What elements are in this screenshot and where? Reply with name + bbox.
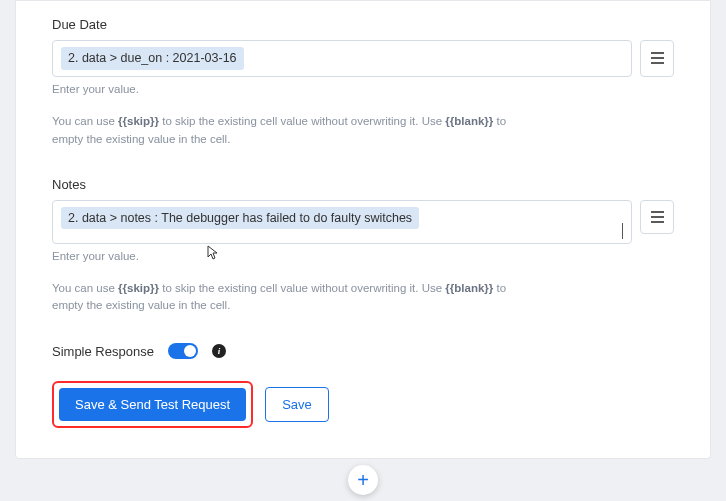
notes-help: You can use {{skip}} to skip the existin…	[52, 280, 522, 316]
simple-response-row: Simple Response i	[52, 343, 674, 359]
text-caret	[622, 223, 623, 239]
due-date-help: You can use {{skip}} to skip the existin…	[52, 113, 522, 149]
save-send-test-button[interactable]: Save & Send Test Request	[59, 388, 246, 421]
hamburger-icon	[650, 52, 665, 64]
button-row: Save & Send Test Request Save	[52, 381, 674, 428]
simple-response-toggle[interactable]	[168, 343, 198, 359]
notes-hint: Enter your value.	[52, 250, 674, 262]
save-button[interactable]: Save	[265, 387, 329, 422]
toggle-knob	[184, 345, 196, 357]
config-card: Due Date 2. data > due_on : 2021-03-16 E…	[15, 0, 711, 459]
due-date-label: Due Date	[52, 17, 674, 32]
due-date-row: 2. data > due_on : 2021-03-16	[52, 40, 674, 77]
due-date-token[interactable]: 2. data > due_on : 2021-03-16	[61, 47, 244, 70]
hamburger-icon	[650, 211, 665, 223]
info-icon[interactable]: i	[212, 344, 226, 358]
notes-menu-button[interactable]	[640, 200, 674, 234]
notes-input[interactable]: 2. data > notes : The debugger has faile…	[52, 200, 632, 244]
plus-icon: +	[357, 470, 369, 490]
due-date-input[interactable]: 2. data > due_on : 2021-03-16	[52, 40, 632, 77]
primary-button-highlight: Save & Send Test Request	[52, 381, 253, 428]
notes-row: 2. data > notes : The debugger has faile…	[52, 200, 674, 244]
notes-token[interactable]: 2. data > notes : The debugger has faile…	[61, 207, 419, 230]
add-step-button[interactable]: +	[348, 465, 378, 495]
due-date-menu-button[interactable]	[640, 40, 674, 77]
notes-label: Notes	[52, 177, 674, 192]
due-date-hint: Enter your value.	[52, 83, 674, 95]
simple-response-label: Simple Response	[52, 344, 154, 359]
